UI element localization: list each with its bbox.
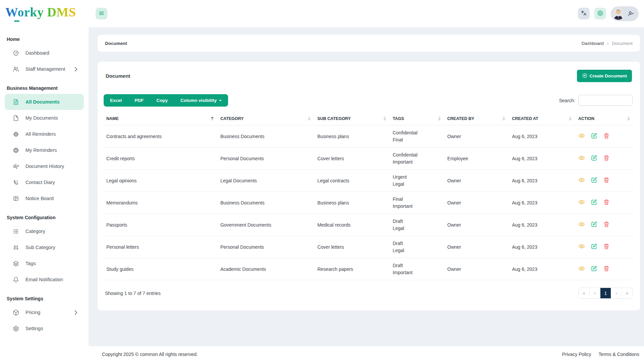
edit-button[interactable] [591,243,597,251]
privacy-policy-link[interactable]: Privacy Policy [562,352,591,357]
edit-button[interactable] [591,265,597,273]
delete-button[interactable] [603,155,610,162]
terms-conditions-link[interactable]: Terms & Conditions [599,352,639,357]
sidebar-item-tags[interactable]: Tags [5,255,84,272]
trash-icon [603,221,610,229]
sidebar-item-label: Contact Diary [25,180,55,185]
sidebar-item-contact-diary[interactable]: Contact Diary [5,174,84,190]
pdf-button[interactable]: PDF [128,94,150,107]
sort-arrows-icon [502,117,505,121]
search-input[interactable] [578,95,633,106]
sidebar-item-settings[interactable]: Settings [5,320,84,337]
profile-menu[interactable] [611,6,639,21]
cell-sub-category: Cover letters [315,147,390,170]
edit-button[interactable] [591,199,597,206]
column-visibility-button[interactable]: Column visibility [174,94,228,107]
tag: Confidential [393,152,442,158]
cell-tags: UrgentLegal [390,170,445,192]
sidebar-item-my-reminders[interactable]: My Reminders [5,142,84,158]
footer-links: Privacy Policy Terms & Conditions [562,352,639,357]
prev-page-button[interactable]: ‹ [589,288,600,298]
delete-button[interactable] [603,199,610,206]
tag: Final [393,136,442,143]
cell-category: Academic Documents [218,258,315,280]
sidebar-toggle-button[interactable] [96,8,107,19]
page-1-button[interactable]: 1 [600,288,611,298]
column-header-sub-category[interactable]: SUB CATEGORY [315,112,390,125]
entries-info: Showing 1 to 7 of 7 entries [105,291,161,296]
delete-button[interactable] [603,243,610,251]
view-button[interactable] [578,221,585,229]
view-button[interactable] [578,265,585,273]
view-button[interactable] [578,132,585,140]
edit-button[interactable] [591,155,597,162]
sidebar-item-all-reminders[interactable]: All Reminders [5,126,84,142]
cell-created-by: Owner [445,170,509,192]
sidebar-item-notice-board[interactable]: Notice Board [5,190,84,206]
last-page-button[interactable]: » [622,288,632,298]
box-icon [13,309,19,316]
sidebar-item-category[interactable]: Category [5,223,84,239]
cell-name: Personal letters [104,236,218,258]
sidebar-item-staff-management[interactable]: Staff Management [5,61,84,77]
settings-button[interactable] [594,8,606,19]
list-icon [13,228,19,235]
gear-icon [13,325,19,332]
create-document-button[interactable]: Create Document [577,70,632,82]
column-header-tags[interactable]: TAGS [390,112,445,125]
column-header-name[interactable]: NAME [104,112,218,125]
sidebar-item-sub-category[interactable]: Sub Category [5,239,84,255]
cell-created-by: Employee [445,147,509,170]
first-page-button[interactable]: « [579,288,589,298]
edit-button[interactable] [591,132,597,140]
delete-button[interactable] [603,132,610,140]
sidebar-item-my-documents[interactable]: My Documents [5,110,84,126]
column-header-action[interactable]: ACTION [576,112,634,125]
table-head: NAMECATEGORYSUB CATEGORYTAGSCREATED BYCR… [104,112,634,125]
next-page-button[interactable]: › [611,288,622,298]
sidebar-item-email-notification[interactable]: Email Notification [5,272,84,288]
sort-arrows-icon [308,117,311,121]
cell-sub-category: Cover letters [315,236,390,258]
sidebar-item-dashboard[interactable]: Dashboard [5,45,84,61]
chip-icon [13,131,19,137]
eye-icon [578,155,585,162]
view-button[interactable] [578,199,585,206]
logo: Worky DMS [0,0,89,28]
tag: Final [393,196,442,202]
excel-button[interactable]: Excel [104,94,128,107]
cell-created-by: Owner [445,125,509,147]
sidebar-item-all-documents[interactable]: All Documents [5,94,84,110]
cell-tags: ConfidentialImportant [390,147,445,170]
cell-sub-category: Business plans [315,125,390,147]
cell-created-at: Aug 6, 2023 [509,147,576,170]
edit-button[interactable] [591,177,597,184]
column-header-created-at[interactable]: CREATED AT [509,112,576,125]
view-button[interactable] [578,243,585,251]
column-header-category[interactable]: CATEGORY [218,112,315,125]
file-icon [13,115,19,121]
copy-button[interactable]: Copy [150,94,174,107]
view-button[interactable] [578,177,585,184]
trash-icon [603,155,610,162]
sidebar-item-label: My Documents [25,115,58,121]
column-header-created-by[interactable]: CREATED BY [445,112,509,125]
sort-arrows-icon [383,117,386,121]
cell-category: Business Documents [218,192,315,214]
delete-button[interactable] [603,221,610,229]
delete-button[interactable] [603,265,610,273]
sidebar-item-document-history[interactable]: Document History [5,158,84,174]
cell-category: Business Documents [218,125,315,147]
cell-created-at: Aug 6, 2023 [509,258,576,280]
language-button[interactable] [578,8,590,19]
copyright-text: Copyright 2025 © common All rights reser… [102,352,198,357]
table-row: MemorandumsBusiness DocumentsBusiness pl… [104,192,634,214]
cell-created-at: Aug 6, 2023 [509,192,576,214]
edit-button[interactable] [591,221,597,229]
delete-button[interactable] [603,177,610,184]
sidebar-item-pricing[interactable]: Pricing [5,304,84,320]
tag: Important [393,269,442,276]
logo-text: Worky DMS [5,5,89,19]
view-button[interactable] [578,155,585,162]
breadcrumb-item-dashboard[interactable]: Dashboard [582,41,604,46]
